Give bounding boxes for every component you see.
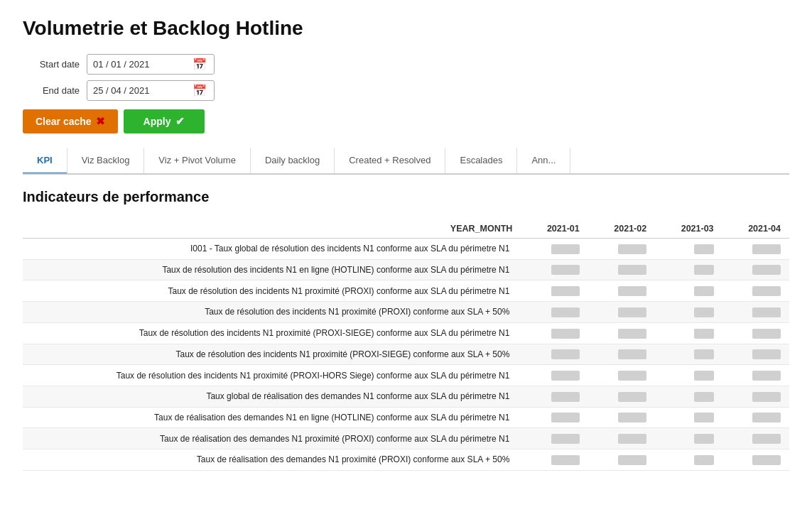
kpi-cell-value — [588, 386, 655, 407]
kpi-row-label: Taux de réalisation des demandes N1 en l… — [23, 407, 521, 428]
table-row: Taux de résolution des incidents N1 prox… — [23, 365, 789, 386]
cell-placeholder-block — [694, 413, 714, 422]
kpi-cell-value — [588, 449, 655, 471]
tab-viz-pivot-volume[interactable]: Viz + Pivot Volume — [144, 148, 251, 173]
kpi-cell-value — [655, 386, 722, 407]
cell-placeholder-block — [551, 307, 580, 317]
kpi-row-label: I001 - Taux global de résolution des inc… — [23, 239, 521, 260]
cell-placeholder-block — [618, 392, 646, 402]
kpi-cell-value — [655, 365, 722, 386]
cell-placeholder-block — [551, 455, 580, 465]
cell-placeholder-block — [618, 265, 646, 275]
kpi-cell-value — [588, 259, 655, 280]
table-row: Taux de résolution des incidents N1 prox… — [23, 322, 789, 344]
cell-placeholder-block — [694, 307, 714, 317]
cell-placeholder-block — [618, 455, 646, 465]
cell-placeholder-block — [618, 307, 646, 317]
tab-ann[interactable]: Ann... — [517, 148, 570, 173]
clear-x-icon: ✖ — [96, 115, 105, 128]
cell-placeholder-block — [694, 286, 714, 296]
start-date-input[interactable] — [93, 59, 193, 70]
cell-placeholder-block — [694, 434, 714, 444]
kpi-cell-value — [521, 302, 588, 323]
cell-placeholder-block — [551, 244, 580, 254]
kpi-table: YEAR_MONTH 2021-01 2021-02 2021-03 2021-… — [23, 219, 789, 471]
cell-placeholder-block — [694, 265, 714, 275]
kpi-cell-value — [722, 365, 789, 386]
table-row: Taux global de réalisation des demandes … — [23, 386, 789, 407]
cell-placeholder-block — [752, 265, 781, 275]
table-row: Taux de résolution des incidents N1 en l… — [23, 259, 789, 280]
start-date-row: Start date 📅 — [23, 54, 789, 75]
table-row: Taux de résolution des incidents N1 prox… — [23, 302, 789, 323]
tab-escalades[interactable]: Escalades — [445, 148, 517, 173]
kpi-row-label: Taux de résolution des incidents N1 prox… — [23, 302, 521, 323]
cell-placeholder-block — [618, 329, 646, 339]
end-date-input[interactable] — [93, 85, 193, 96]
cell-placeholder-block — [694, 349, 714, 359]
tab-viz-backlog[interactable]: Viz Backlog — [67, 148, 145, 173]
kpi-cell-value — [722, 344, 789, 365]
kpi-cell-value — [655, 322, 722, 344]
cell-placeholder-block — [694, 329, 714, 339]
end-date-calendar-icon[interactable]: 📅 — [193, 84, 207, 97]
kpi-cell-value — [722, 302, 789, 323]
kpi-cell-value — [722, 449, 789, 471]
kpi-cell-value — [521, 344, 588, 365]
table-row: Taux de réalisation des demandes N1 prox… — [23, 428, 789, 449]
col-header-2021-01: 2021-01 — [521, 219, 588, 239]
cell-placeholder-block — [551, 265, 580, 275]
tab-daily-backlog[interactable]: Daily backlog — [251, 148, 335, 173]
cell-placeholder-block — [752, 244, 781, 254]
cell-placeholder-block — [752, 286, 781, 296]
start-date-calendar-icon[interactable]: 📅 — [193, 58, 207, 71]
cell-placeholder-block — [618, 434, 646, 444]
kpi-cell-value — [722, 280, 789, 302]
kpi-cell-value — [655, 344, 722, 365]
kpi-cell-value — [722, 322, 789, 344]
apply-check-icon: ✔ — [175, 115, 185, 128]
apply-button[interactable]: Apply ✔ — [124, 109, 205, 133]
kpi-cell-value — [722, 259, 789, 280]
clear-cache-button[interactable]: Clear cache ✖ — [23, 109, 118, 133]
table-row: I001 - Taux global de résolution des inc… — [23, 239, 789, 260]
kpi-cell-value — [722, 386, 789, 407]
end-date-label: End date — [23, 85, 80, 96]
table-row: Taux de réalisation des demandes N1 en l… — [23, 407, 789, 428]
start-date-label: Start date — [23, 59, 80, 70]
cell-placeholder-block — [752, 392, 781, 402]
tab-created-resolved[interactable]: Created + Resolved — [335, 148, 445, 173]
kpi-row-label: Taux de résolution des incidents N1 prox… — [23, 280, 521, 302]
kpi-cell-value — [655, 259, 722, 280]
cell-placeholder-block — [618, 244, 646, 254]
table-header-row: YEAR_MONTH 2021-01 2021-02 2021-03 2021-… — [23, 219, 789, 239]
start-date-input-wrapper[interactable]: 📅 — [87, 54, 215, 75]
cell-placeholder-block — [752, 371, 781, 381]
cell-placeholder-block — [618, 349, 646, 359]
kpi-cell-value — [588, 239, 655, 260]
kpi-cell-value — [655, 239, 722, 260]
table-row: Taux de réalisation des demandes N1 prox… — [23, 449, 789, 471]
kpi-row-label: Taux de résolution des incidents N1 en l… — [23, 259, 521, 280]
cell-placeholder-block — [694, 371, 714, 381]
kpi-cell-value — [521, 322, 588, 344]
tab-kpi[interactable]: KPI — [23, 148, 67, 175]
cell-placeholder-block — [551, 392, 580, 402]
cell-placeholder-block — [551, 286, 580, 296]
end-date-input-wrapper[interactable]: 📅 — [87, 80, 215, 101]
kpi-cell-value — [655, 302, 722, 323]
kpi-row-label: Taux de résolution des incidents N1 prox… — [23, 365, 521, 386]
kpi-cell-value — [521, 280, 588, 302]
cell-placeholder-block — [752, 455, 781, 465]
kpi-cell-value — [588, 302, 655, 323]
apply-label: Apply — [144, 116, 171, 127]
cell-placeholder-block — [694, 392, 714, 402]
kpi-cell-value — [521, 239, 588, 260]
cell-placeholder-block — [551, 413, 580, 422]
kpi-cell-value — [521, 428, 588, 449]
cell-placeholder-block — [551, 329, 580, 339]
cell-placeholder-block — [694, 244, 714, 254]
cell-placeholder-block — [618, 413, 646, 422]
kpi-cell-value — [655, 407, 722, 428]
section-title: Indicateurs de performance — [23, 189, 789, 205]
